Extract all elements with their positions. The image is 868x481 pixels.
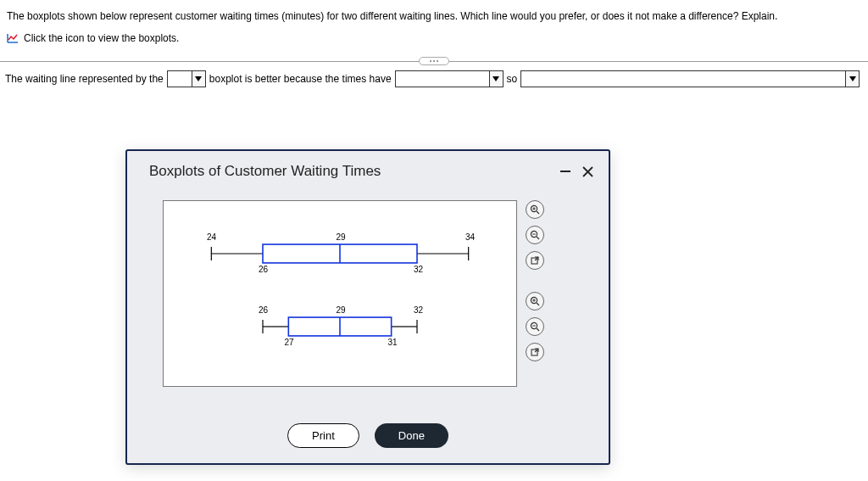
boxplot-value-label: 32	[414, 305, 423, 315]
svg-line-31	[537, 328, 539, 331]
boxplot-value-label: 29	[336, 305, 345, 315]
print-button[interactable]: Print	[287, 423, 359, 448]
chevron-down-icon	[192, 71, 205, 87]
section-divider	[0, 61, 868, 62]
svg-marker-0	[195, 76, 202, 81]
boxplot-value-label: 27	[284, 338, 293, 347]
sentence-part-1: The waiting line represented by the	[5, 73, 164, 85]
zoom-in-icon[interactable]	[526, 292, 544, 310]
boxplot-value-label: 34	[465, 232, 475, 242]
boxplot-value-label: 32	[414, 265, 423, 274]
view-boxplots-link[interactable]: Click the icon to view the boxplots.	[24, 32, 179, 44]
boxplot-area: 2429342632 2629322731	[163, 200, 517, 387]
popout-icon[interactable]	[526, 343, 544, 361]
boxplot-value-label: 24	[207, 232, 216, 242]
divider-handle[interactable]	[419, 57, 449, 65]
svg-marker-1	[492, 76, 499, 81]
done-button[interactable]: Done	[375, 423, 448, 448]
question-text: The boxplots shown below represent custo…	[7, 8, 861, 24]
boxplot-value-label: 29	[336, 232, 345, 242]
svg-line-22	[537, 237, 539, 239]
chart-icon[interactable]	[7, 33, 19, 43]
boxplot-bottom: 2629322731	[186, 301, 494, 352]
svg-line-18	[537, 211, 539, 214]
svg-line-27	[537, 303, 539, 305]
close-icon[interactable]	[582, 166, 593, 177]
sentence-part-3: so	[507, 73, 518, 85]
dropdown-reason-2[interactable]	[520, 70, 860, 87]
minimize-icon[interactable]	[560, 171, 570, 172]
dropdown-which-boxplot[interactable]	[167, 70, 206, 87]
modal-title: Boxplots of Customer Waiting Times	[149, 163, 381, 180]
boxplot-value-label: 26	[259, 305, 268, 315]
dropdown-reason-1[interactable]	[395, 70, 504, 87]
zoom-in-icon[interactable]	[526, 200, 544, 219]
boxplot-value-label: 31	[387, 338, 397, 347]
chevron-down-icon	[489, 71, 503, 87]
chevron-down-icon	[845, 71, 859, 87]
popout-icon[interactable]	[526, 251, 544, 270]
answer-sentence: The waiting line represented by the boxp…	[0, 70, 868, 94]
zoom-out-icon[interactable]	[526, 317, 544, 336]
boxplots-modal: Boxplots of Customer Waiting Times 24293…	[125, 149, 610, 465]
zoom-out-icon[interactable]	[526, 226, 544, 244]
boxplot-value-label: 26	[259, 265, 268, 274]
svg-marker-2	[849, 76, 856, 81]
sentence-part-2: boxplot is better because the times have	[209, 73, 392, 85]
boxplot-top: 2429342632	[186, 228, 494, 279]
